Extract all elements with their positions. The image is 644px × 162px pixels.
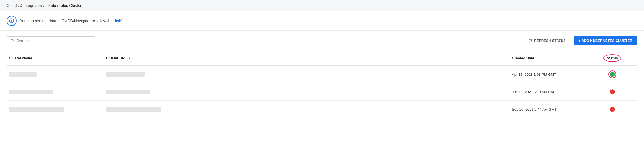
cell-date-3: Sep 20, 2021 9:44 AM GMT [510, 106, 598, 113]
col-header-created: Created Date [510, 53, 598, 63]
col-header-name: Cluster Name [7, 53, 104, 63]
refresh-label: REFRESH STATUS [534, 39, 566, 43]
breadcrumb-current: Kubernetes Clusters [48, 3, 84, 8]
add-kubernetes-cluster-button[interactable]: + ADD KUBERNETES CLUSTER [574, 36, 637, 45]
cell-url-1 [104, 71, 510, 78]
blurred-url-3 [106, 107, 161, 112]
sort-asc-icon: ▲ [128, 57, 131, 60]
more-options-button-2[interactable]: ⋮ [628, 88, 638, 96]
cell-status-3 [598, 106, 626, 113]
cell-status-2 [598, 88, 626, 95]
status-header-label: Status [603, 54, 621, 62]
table-header: Cluster Name Cluster URL ▲ Created Date … [7, 51, 637, 66]
breadcrumb-parent[interactable]: Clouds & Integrations [7, 3, 44, 8]
blurred-name-1 [9, 72, 37, 77]
cell-name-2 [7, 88, 104, 95]
svg-line-2 [13, 42, 14, 42]
more-options-button-1[interactable]: ⋮ [628, 70, 638, 79]
info-banner-link[interactable]: "link" [114, 19, 122, 23]
table-container: Cluster Name Cluster URL ▲ Created Date … [7, 51, 637, 118]
cell-more-2[interactable]: ⋮ [626, 87, 637, 97]
blurred-name-3 [9, 107, 64, 112]
cell-more-3[interactable]: ⋮ [626, 104, 637, 115]
status-highlight-ring-1 [608, 70, 616, 78]
add-btn-label: + ADD KUBERNETES CLUSTER [579, 39, 632, 43]
cell-url-2 [104, 88, 510, 95]
breadcrumb: Clouds & Integrations / Kubernetes Clust… [0, 0, 644, 11]
blurred-name-2 [9, 90, 53, 94]
col-header-url[interactable]: Cluster URL ▲ [104, 53, 510, 63]
toolbar-right: REFRESH STATUS + ADD KUBERNETES CLUSTER [525, 36, 637, 45]
cell-date-2: Jun 11, 2021 6:10 AM GMT [510, 89, 598, 95]
breadcrumb-separator: / [46, 3, 47, 8]
search-box[interactable] [7, 36, 95, 45]
table-row: Jun 11, 2021 6:10 AM GMT ⋮ [7, 83, 637, 101]
col-header-status: Status [598, 53, 626, 63]
search-input[interactable] [16, 39, 92, 43]
info-banner: You can see the data in CMDB/Navigator o… [0, 11, 644, 31]
info-banner-text: You can see the data in CMDB/Navigator o… [20, 19, 122, 23]
cell-status-1 [598, 69, 626, 79]
toolbar: REFRESH STATUS + ADD KUBERNETES CLUSTER [7, 36, 637, 45]
info-icon [7, 16, 17, 26]
status-dot-1 [610, 72, 615, 77]
page-wrapper: Clouds & Integrations / Kubernetes Clust… [0, 0, 644, 162]
cell-date-1: Apr 17, 2023 1:08 PM GMT [510, 71, 598, 78]
refresh-icon [529, 39, 532, 43]
table-row: Apr 17, 2023 1:08 PM GMT ⋮ [7, 66, 637, 83]
cell-url-3 [104, 106, 510, 113]
status-dot-3 [610, 107, 615, 112]
cell-name-1 [7, 71, 104, 78]
blurred-url-1 [106, 72, 145, 77]
more-options-button-3[interactable]: ⋮ [628, 105, 638, 113]
cell-name-3 [7, 106, 104, 113]
main-content: REFRESH STATUS + ADD KUBERNETES CLUSTER … [0, 31, 644, 124]
col-header-actions [626, 53, 637, 63]
status-dot-2 [610, 89, 615, 94]
cell-more-1[interactable]: ⋮ [626, 69, 637, 80]
search-icon [10, 39, 14, 43]
table-row: Sep 20, 2021 9:44 AM GMT ⋮ [7, 101, 637, 118]
refresh-status-button[interactable]: REFRESH STATUS [525, 37, 569, 45]
blurred-url-2 [106, 90, 150, 94]
